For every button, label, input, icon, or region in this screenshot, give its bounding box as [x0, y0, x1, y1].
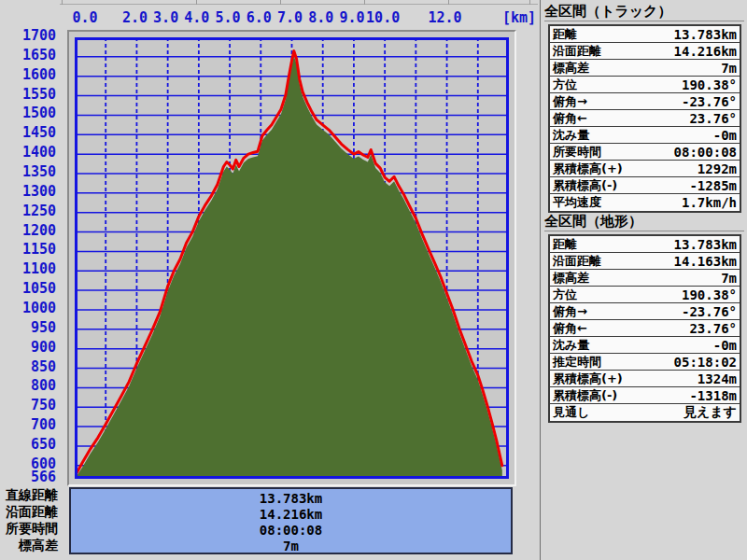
summary-row-label: 沿面距離 — [0, 503, 58, 520]
y-axis-tick-label: 700 — [2, 417, 56, 432]
stat-label: 所要時間 — [553, 144, 601, 161]
summary-value: 14.216km — [71, 507, 511, 523]
stat-value: 23.76° — [689, 321, 737, 336]
summary-row-label: 直線距離 — [0, 486, 58, 503]
x-axis-tick-label: 10.0 — [366, 10, 400, 26]
summary-box: 13.783km14.216km08:00:087m — [69, 487, 513, 554]
summary-value: 08:00:08 — [71, 523, 511, 539]
y-axis-tick-label: 800 — [2, 378, 56, 393]
ruler-tick — [448, 0, 449, 5]
ruler-tick — [196, 0, 197, 5]
x-axis-tick-label: 3.0 — [153, 10, 178, 26]
y-axis-tick-label: 1050 — [2, 281, 56, 296]
stats-pane: 全区間（トラック）距離13.783km沿面距離14.216km標高差7m方位19… — [540, 0, 747, 560]
y-axis-tick-label: 1400 — [2, 145, 56, 160]
stats-table: 距離13.783km沿面距離14.163km標高差7m方位190.38°俯角→-… — [548, 234, 741, 423]
x-axis-tick-label: 7.0 — [277, 10, 303, 26]
table-row: 距離13.783km — [550, 236, 740, 253]
table-row: 標高差7m — [550, 270, 740, 287]
y-axis-tick-label: 650 — [2, 437, 56, 452]
stat-value: 08:00:08 — [674, 145, 737, 160]
stat-label: 累積標高(+) — [553, 371, 623, 387]
table-row: 俯角→-23.76° — [550, 93, 740, 110]
table-row: 沿面距離14.216km — [550, 43, 740, 60]
panel-title: 全区間（地形） — [544, 212, 744, 231]
y-axis-tick-label: 1150 — [2, 242, 56, 257]
stat-label: 沈み量 — [553, 127, 589, 144]
y-axis-tick-label: 566 — [2, 469, 56, 484]
table-row: 平均速度1.7km/h — [550, 194, 740, 211]
y-axis-tick-label: 1200 — [2, 223, 56, 238]
summary-row-label: 標高差 — [0, 537, 58, 553]
table-row: 累積標高(-)-1318m — [550, 387, 740, 404]
ruler-tick — [529, 0, 530, 5]
stat-label: 距離 — [553, 26, 577, 43]
table-row: 俯角←23.76° — [550, 320, 740, 337]
panel-title: 全区間（トラック） — [544, 2, 744, 21]
top-ruler-line — [60, 4, 538, 5]
summary-value: 7m — [71, 539, 511, 554]
summary-value: 13.783km — [71, 491, 511, 507]
ruler-tick — [364, 0, 365, 5]
stat-value: 1.7km/h — [682, 195, 737, 210]
y-axis-tick-label: 1300 — [2, 184, 56, 199]
stat-label: 俯角← — [553, 110, 587, 127]
profile-graph-window: 0.02.03.04.05.06.07.08.09.010.012.0[km] … — [0, 0, 747, 560]
stat-label: 距離 — [553, 236, 577, 253]
stat-value: -1285m — [689, 178, 737, 193]
table-row: 累積標高(-)-1285m — [550, 177, 740, 194]
stat-value: -0m — [713, 338, 737, 353]
x-axis-tick-label: 5.0 — [216, 10, 241, 26]
stat-value: -23.76° — [682, 94, 737, 109]
stat-label: 方位 — [553, 287, 577, 303]
table-row: 方位190.38° — [550, 77, 740, 93]
stat-value: 05:18:02 — [674, 355, 737, 370]
summary-row-label: 所要時間 — [0, 520, 58, 537]
y-axis-tick-label: 1000 — [2, 301, 56, 315]
table-row: 沈み量-0m — [550, 127, 740, 144]
table-row: 所要時間08:00:08 — [550, 144, 740, 161]
stat-label: 累積標高(+) — [553, 161, 623, 177]
y-axis-tick-label: 1500 — [2, 105, 56, 120]
y-axis-tick-label: 1100 — [2, 261, 56, 276]
stat-label: 沿面距離 — [553, 253, 601, 270]
stat-label: 沿面距離 — [553, 43, 601, 60]
stat-value: 1324m — [698, 371, 737, 386]
table-row: 沿面距離14.163km — [550, 253, 740, 270]
stat-label: 推定時間 — [553, 354, 601, 371]
stat-label: 方位 — [553, 77, 577, 93]
y-axis-tick-label: 750 — [2, 398, 56, 413]
y-axis-tick-label: 1450 — [2, 125, 56, 140]
table-row: 方位190.38° — [550, 287, 740, 303]
stats-table: 距離13.783km沿面距離14.216km標高差7m方位190.38°俯角→-… — [548, 24, 741, 213]
y-axis-tick-label: 1350 — [2, 164, 56, 179]
stat-label: 標高差 — [553, 270, 589, 287]
stat-value: -1318m — [689, 388, 737, 403]
x-axis-tick-label: 9.0 — [339, 10, 364, 26]
stat-value: 14.163km — [674, 254, 737, 269]
stat-label: 俯角← — [553, 320, 587, 337]
stat-label: 平均速度 — [553, 194, 601, 211]
stat-label: 沈み量 — [553, 337, 589, 354]
table-row: 推定時間05:18:02 — [550, 354, 740, 371]
ruler-tick — [62, 0, 63, 5]
elevation-profile-plot[interactable] — [75, 37, 509, 479]
table-row: 累積標高(+)1292m — [550, 161, 740, 177]
y-axis-tick-label: 950 — [2, 320, 56, 335]
y-axis-tick-label: 1600 — [2, 67, 56, 82]
stat-value: 14.216km — [674, 44, 737, 59]
stat-label: 俯角→ — [553, 93, 587, 110]
table-row: 累積標高(+)1324m — [550, 371, 740, 387]
stat-value: 見えます — [684, 404, 737, 421]
x-axis-unit-label: [km] — [502, 10, 536, 26]
x-axis-tick-label: 8.0 — [308, 10, 333, 26]
stat-value: 7m — [721, 61, 737, 76]
y-axis-tick-label: 1250 — [2, 203, 56, 218]
summary-values: 13.783km14.216km08:00:087m — [71, 489, 511, 554]
y-axis-tick-label: 900 — [2, 340, 56, 355]
y-axis-tick-label: 1650 — [2, 48, 56, 63]
y-axis-tick-label: 850 — [2, 359, 56, 374]
x-axis-tick-label: 6.0 — [247, 10, 272, 26]
x-axis-tick-label: 0.0 — [72, 10, 97, 26]
stat-value: -0m — [713, 128, 737, 143]
